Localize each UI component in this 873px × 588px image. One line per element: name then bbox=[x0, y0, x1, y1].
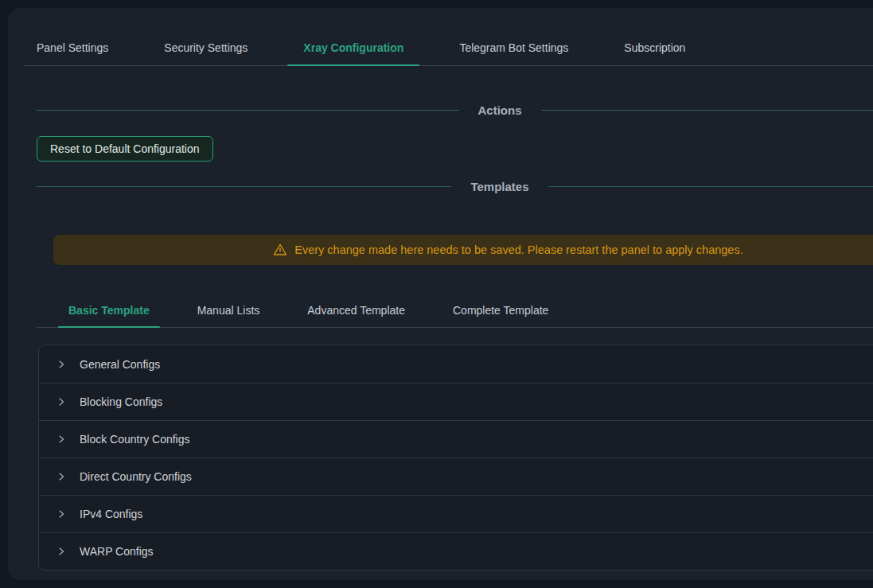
tab-advanced-template[interactable]: Advanced Template bbox=[297, 294, 415, 327]
collapse-row-label: WARP Configs bbox=[80, 545, 154, 558]
tab-panel-settings[interactable]: Panel Settings bbox=[37, 30, 124, 65]
warning-triangle-icon bbox=[273, 243, 287, 257]
tab-telegram-bot-settings[interactable]: Telegram Bot Settings bbox=[443, 30, 584, 65]
collapse-row-label: Block Country Configs bbox=[80, 433, 190, 446]
restart-warning-alert: Every change made here needs to be saved… bbox=[53, 235, 873, 265]
actions-section-title: Actions bbox=[459, 103, 541, 117]
chevron-right-icon bbox=[57, 509, 66, 519]
chevron-right-icon bbox=[57, 360, 66, 369]
templates-section-title: Templates bbox=[451, 180, 548, 193]
collapse-blocking-configs[interactable]: Blocking Configs bbox=[39, 383, 873, 420]
collapse-row-label: IPv4 Configs bbox=[80, 508, 142, 520]
chevron-right-icon bbox=[57, 547, 66, 556]
chevron-right-icon bbox=[57, 472, 66, 481]
collapse-row-label: General Configs bbox=[80, 358, 160, 371]
settings-tab-bar: Panel Settings Security Settings Xray Co… bbox=[24, 8, 873, 66]
divider-line bbox=[37, 110, 459, 111]
collapse-direct-country-configs[interactable]: Direct Country Configs bbox=[39, 458, 873, 495]
tab-subscription[interactable]: Subscription bbox=[608, 30, 701, 65]
tab-security-settings[interactable]: Security Settings bbox=[148, 30, 263, 65]
collapse-block-country-configs[interactable]: Block Country Configs bbox=[39, 420, 873, 458]
tab-manual-lists[interactable]: Manual Lists bbox=[187, 294, 271, 327]
chevron-right-icon bbox=[57, 434, 66, 444]
collapse-general-configs[interactable]: General Configs bbox=[39, 345, 873, 383]
divider-line bbox=[548, 186, 873, 187]
actions-divider: Actions bbox=[37, 101, 873, 119]
settings-card: Panel Settings Security Settings Xray Co… bbox=[8, 8, 873, 580]
tab-basic-template[interactable]: Basic Template bbox=[58, 294, 160, 327]
tab-xray-configuration[interactable]: Xray Configuration bbox=[287, 30, 419, 65]
divider-line bbox=[541, 110, 873, 111]
reset-to-default-button[interactable]: Reset to Default Configuration bbox=[37, 136, 213, 162]
divider-line bbox=[37, 186, 451, 187]
config-collapse-list: General Configs Blocking Configs Block C… bbox=[38, 345, 873, 570]
collapse-warp-configs[interactable]: WARP Configs bbox=[39, 532, 873, 570]
collapse-row-label: Blocking Configs bbox=[80, 395, 162, 408]
collapse-row-label: Direct Country Configs bbox=[80, 470, 192, 483]
template-tab-bar: Basic Template Manual Lists Advanced Tem… bbox=[37, 294, 873, 328]
alert-message: Every change made here needs to be saved… bbox=[294, 243, 742, 256]
tab-complete-template[interactable]: Complete Template bbox=[442, 294, 559, 327]
chevron-right-icon bbox=[57, 397, 66, 407]
templates-divider: Templates bbox=[37, 177, 873, 195]
collapse-ipv4-configs[interactable]: IPv4 Configs bbox=[39, 495, 873, 532]
